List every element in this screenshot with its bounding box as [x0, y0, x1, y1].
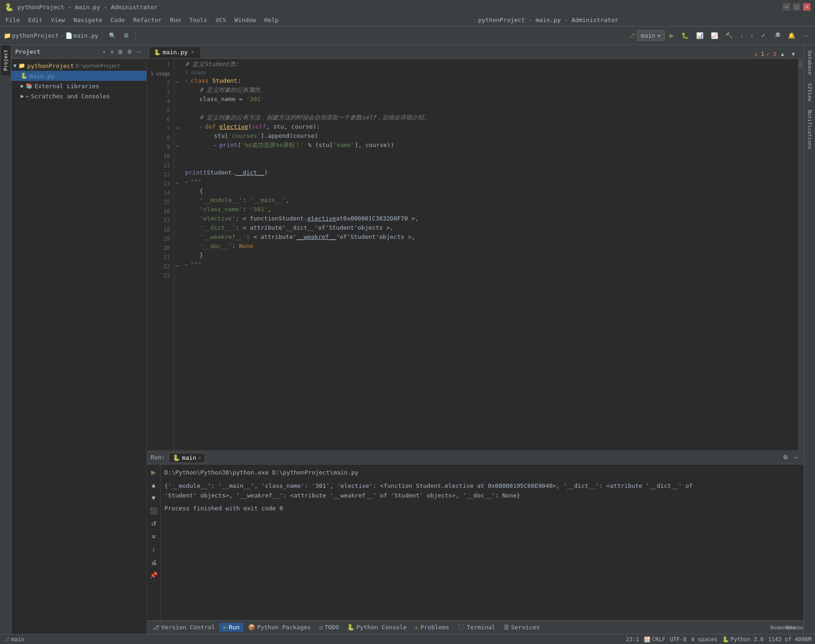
bottom-tool-python-console[interactable]: 🐍 Python Console — [343, 623, 410, 632]
run-button[interactable]: ▶ — [667, 30, 677, 41]
status-git[interactable]: ⎇ main — [4, 636, 24, 643]
indent-6 — [185, 113, 199, 122]
right-tab-notifications[interactable]: Notifications — [805, 106, 815, 153]
bottom-tool-terminal[interactable]: ⬛ Terminal — [454, 623, 499, 632]
coverage-button[interactable]: 📊 — [693, 30, 706, 41]
line-num-16: 16 — [151, 207, 170, 216]
vcs-update-button[interactable]: ↓ — [737, 30, 746, 41]
run-tab-icon: 🐍 — [173, 454, 180, 461]
scrollbar-thumb[interactable] — [799, 60, 803, 69]
run-tab-close[interactable]: ✕ — [198, 455, 201, 460]
python-file-icon: 🐍 — [21, 73, 28, 79]
navigate-up-button[interactable]: ▲ — [778, 50, 787, 58]
debug-button[interactable]: 🐛 — [679, 30, 691, 41]
minimize-button[interactable]: ─ — [783, 3, 790, 11]
status-memory[interactable]: 1143 of 4096M — [768, 636, 811, 643]
packages-label: Python Packages — [257, 624, 311, 631]
menu-navigate[interactable]: Navigate — [70, 16, 106, 24]
run-filter-button[interactable]: ≡ — [148, 531, 160, 542]
right-tab-szview[interactable]: SZView — [805, 79, 815, 105]
navigate-down-button[interactable]: ▼ — [789, 50, 798, 58]
root-label: pythonProject — [27, 62, 74, 69]
run-print-button[interactable]: 🖨 — [148, 556, 160, 568]
bottom-tool-run[interactable]: ▶ Run — [219, 623, 243, 632]
vcs-push-button[interactable]: ↑ — [748, 30, 757, 41]
status-python[interactable]: 🐍 Python 3.8 — [722, 636, 764, 643]
panel-settings[interactable]: ⚙ — [125, 48, 134, 56]
code-line-18: '__dict__' : < attribute'__dict__'of'Stu… — [181, 223, 798, 232]
panel-collapse-all[interactable]: ≡ — [108, 48, 115, 56]
tree-external-libraries[interactable]: ▶ 📚 External Libraries — [11, 81, 146, 91]
menu-refactor[interactable]: Refactor — [129, 16, 166, 24]
var-name: class_name — [199, 95, 235, 104]
close-button[interactable]: ✕ — [803, 3, 810, 11]
code-line-11 — [181, 159, 798, 168]
run-tool-label: Run — [229, 624, 239, 631]
code-line-10 — [181, 150, 798, 159]
elective-ref: elective — [307, 214, 336, 223]
search-button[interactable]: 🔎 — [770, 30, 783, 41]
bottom-tool-python-packages[interactable]: 📦 Python Packages — [244, 623, 315, 632]
sidebar-tab-project[interactable]: Project — [1, 45, 11, 75]
status-encoding[interactable]: 🪟 CRLF — [644, 636, 665, 643]
right-tab-database[interactable]: Database — [805, 47, 815, 79]
line-num-13: 13 — [151, 179, 170, 188]
more-button[interactable]: ⋯ — [800, 30, 811, 41]
tree-main-py[interactable]: 🐍 main.py — [11, 71, 146, 81]
project-panel-title: Project — [15, 48, 100, 55]
fold-icon-2[interactable]: ⌐ — [185, 78, 190, 85]
tree-scratches[interactable]: ▶ ✏ Scratches and Consoles — [11, 91, 146, 101]
build-button[interactable]: 🔨 — [723, 30, 736, 41]
panel-expand[interactable]: ⊞ — [116, 48, 124, 56]
menu-help[interactable]: Help — [261, 16, 282, 24]
menu-edit[interactable]: Edit — [24, 16, 46, 24]
bottom-tool-todo[interactable]: ☑ TODO — [315, 623, 343, 632]
run-tab-main[interactable]: 🐍 main ✕ — [169, 453, 205, 462]
structure-panel-toggle[interactable]: Structure — [790, 621, 802, 633]
menu-window[interactable]: Window — [231, 16, 260, 24]
bottom-tool-version-control[interactable]: ⎇ Version Control — [149, 623, 219, 632]
menu-vcs[interactable]: VCS — [212, 16, 230, 24]
run-rerun-button[interactable]: ↺ — [148, 518, 160, 530]
run-scroll-button[interactable]: ↕ — [148, 543, 160, 555]
run-stop-button[interactable]: ⬛ — [148, 505, 160, 517]
status-position[interactable]: 23:1 — [626, 636, 639, 643]
editor-scrollbar[interactable] — [798, 59, 804, 450]
code-content[interactable]: # 定义Student类: 1 usage ⌐ class Student : — [181, 59, 798, 450]
settings-button[interactable]: ⚙ — [121, 30, 132, 41]
root-path: D:\pythonProject — [76, 63, 120, 68]
run-pin-button[interactable]: 📌 — [148, 569, 160, 581]
fold-icon-13[interactable]: ⌐ — [185, 179, 190, 186]
status-charset[interactable]: UTF-8 — [670, 636, 686, 643]
fold-icon-9[interactable]: ⌐ — [214, 142, 219, 149]
search-everywhere-button[interactable]: 🔍 — [106, 30, 119, 41]
run-up-button[interactable]: ▲ — [148, 479, 160, 491]
bottom-tool-services[interactable]: ☰ Services — [500, 623, 544, 632]
tab-close-button[interactable]: ✕ — [190, 49, 196, 56]
run-play-button[interactable]: ▶ — [148, 466, 160, 478]
run-close-button[interactable]: ─ — [792, 453, 800, 462]
branch-selector[interactable]: main ▾ — [637, 30, 665, 41]
brace-close: } — [185, 251, 203, 260]
menu-code[interactable]: Code — [107, 16, 129, 24]
run-settings-button[interactable]: ⚙ — [781, 453, 790, 462]
tree-root-item[interactable]: ▼ 📁 pythonProject D:\pythonProject — [11, 61, 146, 71]
fold-icon-22[interactable]: ⌐ — [185, 261, 190, 268]
toolbar-sep2 — [135, 31, 136, 40]
menu-view[interactable]: View — [47, 16, 69, 24]
notifications-button[interactable]: 🔔 — [785, 30, 798, 41]
vcs-commit-button[interactable]: ✓ — [758, 30, 769, 41]
bottom-tool-problems[interactable]: ⚠ Problems — [411, 623, 453, 632]
maximize-button[interactable]: □ — [793, 3, 800, 11]
course-param: course — [291, 122, 313, 131]
fold-icon-7[interactable]: ⌐ — [199, 124, 204, 130]
profile-button[interactable]: 📈 — [708, 30, 721, 41]
panel-minimize[interactable]: ─ — [135, 48, 143, 56]
tab-main-py[interactable]: 🐍 main.py ✕ — [149, 46, 201, 58]
menu-run[interactable]: Run — [167, 16, 185, 24]
menu-file[interactable]: File — [2, 16, 23, 24]
run-down-button[interactable]: ▼ — [148, 492, 160, 504]
code-editor[interactable]: 1 1 usage 2 3 4 5 6 7 8 9 10 11 12 13 14… — [147, 59, 804, 450]
status-indent[interactable]: 4 spaces — [691, 636, 718, 643]
menu-tools[interactable]: Tools — [185, 16, 211, 24]
